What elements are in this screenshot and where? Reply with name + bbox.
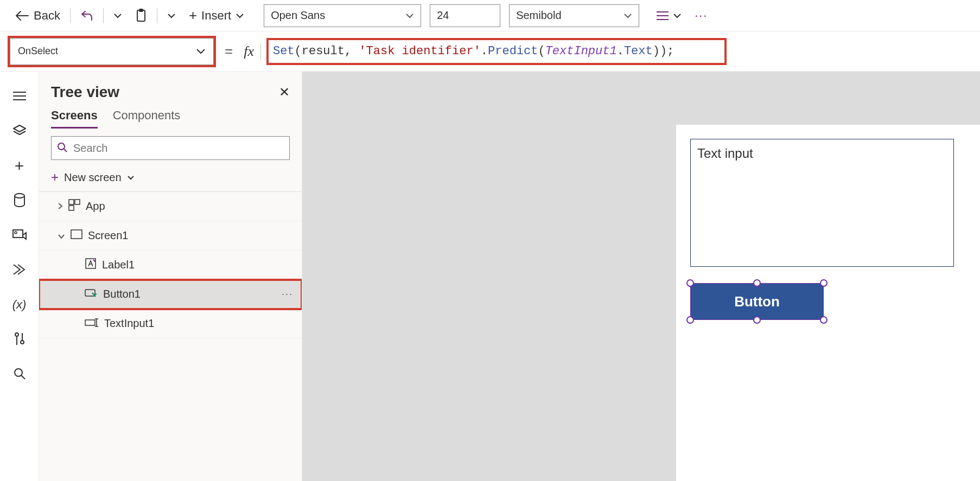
hamburger-icon — [657, 11, 669, 21]
undo-button[interactable] — [75, 4, 99, 27]
tree-item-label: Screen1 — [88, 229, 129, 242]
tab-screens[interactable]: Screens — [51, 108, 98, 129]
canvas-button[interactable]: Button — [690, 283, 824, 320]
plus-icon: + — [15, 157, 24, 175]
tree-item-label: TextInput1 — [104, 317, 154, 330]
insert-label: Insert — [201, 9, 231, 23]
separator — [70, 8, 71, 23]
property-value: OnSelect — [18, 46, 58, 57]
undo-dropdown[interactable] — [108, 4, 128, 27]
formula-token: ( — [538, 44, 545, 58]
hamburger-icon — [13, 91, 26, 102]
formula-token: Text — [624, 44, 653, 58]
tree-item-button1[interactable]: Button1 ··· — [39, 280, 302, 309]
chevron-down-icon — [623, 13, 632, 18]
formula-bar: OnSelect = fx Set(result, 'Task identifi… — [0, 31, 980, 72]
clipboard-icon — [135, 9, 147, 23]
artboard[interactable]: Text input Button — [676, 125, 980, 481]
formula-input[interactable]: Set(result, 'Task identifier'.Predict(Te… — [269, 40, 724, 63]
separator — [103, 8, 104, 23]
screen-icon — [71, 229, 82, 242]
rail-media[interactable] — [10, 226, 29, 245]
back-button[interactable]: Back — [10, 4, 66, 27]
toolbar: Back + Insert Open Sans — [0, 0, 980, 31]
paste-dropdown[interactable] — [162, 4, 181, 27]
svg-rect-3 — [13, 230, 23, 238]
tree-item-screen1[interactable]: Screen1 — [39, 221, 302, 251]
tree-title: Tree view — [51, 84, 279, 101]
rail-insert[interactable]: + — [10, 156, 29, 176]
rail-tools[interactable] — [10, 330, 29, 349]
tree-view-panel: Tree view ✕ Screens Components + New scr… — [39, 72, 302, 481]
tree-item-app[interactable]: App — [39, 192, 302, 221]
ellipsis-icon: ··· — [695, 9, 708, 23]
formula-token: Predict — [488, 44, 538, 58]
tree-item-more[interactable]: ··· — [282, 288, 293, 300]
new-screen-button[interactable]: + New screen — [39, 164, 302, 192]
tree-item-label1[interactable]: Label1 — [39, 251, 302, 280]
separator — [157, 8, 157, 23]
variable-icon: (x) — [12, 298, 27, 312]
textinput-icon — [85, 317, 99, 330]
canvas[interactable]: Text input Button — [302, 72, 980, 481]
arrow-left-icon — [15, 10, 29, 21]
fontsize-value: 24 — [437, 9, 449, 22]
more-formatting-button[interactable] — [651, 4, 687, 27]
resize-handle[interactable] — [820, 316, 828, 324]
canvas-textinput[interactable]: Text input — [690, 139, 954, 267]
fontweight-dropdown[interactable]: Semibold — [509, 4, 639, 27]
resize-handle[interactable] — [753, 316, 761, 324]
rail-power-automate[interactable] — [10, 260, 29, 280]
svg-point-4 — [15, 232, 17, 234]
undo-icon — [80, 10, 93, 22]
chevron-down-icon — [236, 13, 244, 18]
canvas-button-selection[interactable]: Button — [690, 283, 824, 320]
fontsize-dropdown[interactable]: 24 — [430, 4, 500, 27]
plus-icon: + — [51, 170, 59, 185]
tree-search-input[interactable] — [73, 142, 284, 155]
chevron-down-icon — [58, 229, 65, 242]
formula-token: . — [481, 44, 488, 58]
equals-label: = — [219, 43, 238, 60]
resize-handle[interactable] — [686, 316, 694, 324]
rail-tree-view[interactable] — [10, 121, 29, 141]
back-label: Back — [34, 9, 60, 23]
database-icon — [14, 193, 26, 209]
left-rail: + (x) — [0, 72, 39, 481]
tab-components[interactable]: Components — [113, 108, 181, 129]
tree-item-label: Button1 — [103, 288, 141, 300]
flow-icon — [12, 264, 27, 277]
tree-item-textinput1[interactable]: TextInput1 — [39, 309, 302, 338]
svg-point-2 — [15, 194, 24, 198]
new-screen-label: New screen — [64, 171, 122, 184]
resize-handle[interactable] — [753, 279, 761, 287]
rail-variables[interactable]: (x) — [10, 295, 29, 315]
svg-rect-9 — [69, 200, 74, 204]
rail-search[interactable] — [10, 364, 29, 384]
wrench-icon — [14, 332, 26, 348]
font-dropdown[interactable]: Open Sans — [264, 4, 421, 27]
chevron-down-icon — [673, 13, 682, 18]
close-tree-button[interactable]: ✕ — [279, 85, 290, 100]
property-dropdown[interactable]: OnSelect — [10, 38, 214, 65]
fx-label: fx — [244, 43, 261, 60]
resize-handle[interactable] — [686, 279, 694, 287]
label-icon — [85, 258, 97, 272]
overflow-button[interactable]: ··· — [689, 4, 713, 27]
svg-point-7 — [15, 369, 22, 376]
rail-hamburger[interactable] — [10, 87, 29, 106]
tree-search[interactable] — [51, 136, 290, 160]
svg-rect-15 — [85, 320, 95, 325]
svg-rect-11 — [69, 206, 74, 210]
insert-button[interactable]: + Insert — [183, 4, 250, 27]
search-icon — [13, 367, 26, 382]
svg-point-5 — [15, 333, 18, 336]
paste-button[interactable] — [130, 4, 152, 27]
chevron-down-icon — [127, 175, 135, 180]
formula-token: 'Task identifier' — [359, 44, 480, 58]
formula-token: Set — [273, 44, 295, 58]
media-icon — [12, 229, 27, 242]
tree-list: App Screen1 Label1 Button1 ··· — [39, 192, 302, 481]
rail-data[interactable] — [10, 191, 29, 210]
resize-handle[interactable] — [820, 279, 828, 287]
